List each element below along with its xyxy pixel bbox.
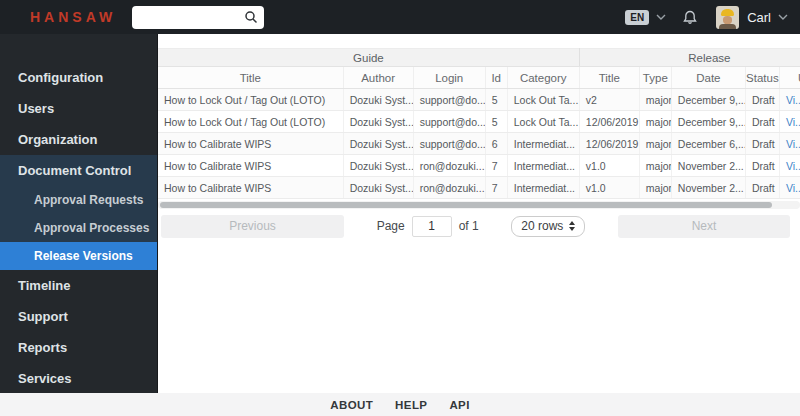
- search-icon[interactable]: [244, 10, 258, 24]
- sidebar-item-timeline[interactable]: Timeline: [0, 270, 157, 301]
- next-page-button[interactable]: Next: [618, 215, 790, 238]
- cell-category-4: Intermediat...: [507, 177, 579, 199]
- column-header-author-1[interactable]: Author: [343, 67, 413, 89]
- page-count-label: of 1: [459, 219, 479, 233]
- cell-status-8: Draft: [745, 111, 779, 133]
- sidebar-item-support[interactable]: Support: [0, 301, 157, 332]
- cell-url-9: Vi...: [779, 155, 800, 177]
- cell-login-2: support@do...: [413, 89, 485, 111]
- cell-date-7: December 6,...: [671, 133, 745, 155]
- horizontal-scrollbar-thumb[interactable]: [160, 202, 772, 208]
- column-header-url-9[interactable]: URL: [779, 67, 800, 89]
- horizontal-scrollbar[interactable]: [158, 201, 800, 209]
- rows-per-page-select[interactable]: 20 rows: [511, 216, 585, 237]
- cell-title-5: v2: [579, 89, 639, 111]
- table-wrapper: GuideReleaseTitleAuthorLoginIdCategoryTi…: [158, 48, 800, 199]
- page-number-input[interactable]: [412, 216, 452, 237]
- language-badge[interactable]: EN: [625, 10, 649, 25]
- cell-category-4: Intermediat...: [507, 133, 579, 155]
- view-release-link[interactable]: Vi...: [786, 138, 800, 150]
- search-box[interactable]: [132, 6, 264, 29]
- column-header-title-0[interactable]: Title: [158, 67, 343, 89]
- cell-url-9: Vi...: [779, 133, 800, 155]
- sidebar-item-document-control[interactable]: Document Control: [0, 155, 157, 186]
- column-header-date-7[interactable]: Date: [671, 67, 745, 89]
- footer-bar: ABOUTHELPAPI: [0, 393, 800, 416]
- previous-page-button[interactable]: Previous: [161, 215, 344, 238]
- cell-category-4: Lock Out Ta...: [507, 111, 579, 133]
- cell-title-0: How to Calibrate WIPS: [158, 133, 343, 155]
- cell-author-1: Dozuki Syst...: [343, 133, 413, 155]
- cell-title-5: v1.0: [579, 177, 639, 199]
- cell-author-1: Dozuki Syst...: [343, 177, 413, 199]
- search-input[interactable]: [138, 10, 244, 24]
- footer-link-help[interactable]: HELP: [395, 399, 427, 411]
- column-header-login-2[interactable]: Login: [413, 67, 485, 89]
- cell-date-7: November 2...: [671, 177, 745, 199]
- cell-url-9: Vi...: [779, 89, 800, 111]
- footer-link-about[interactable]: ABOUT: [330, 399, 373, 411]
- cell-login-2: support@do...: [413, 111, 485, 133]
- cell-author-1: Dozuki Syst...: [343, 89, 413, 111]
- user-menu-chevron-down-icon[interactable]: [778, 13, 788, 21]
- column-header-status-8[interactable]: Status: [745, 67, 779, 89]
- sidebar-item-users[interactable]: Users: [0, 93, 157, 124]
- column-header-category-4[interactable]: Category: [507, 67, 579, 89]
- view-release-link[interactable]: Vi...: [786, 116, 800, 128]
- view-release-link[interactable]: Vi...: [786, 182, 800, 194]
- cell-status-8: Draft: [745, 177, 779, 199]
- sidebar-item-configuration[interactable]: Configuration: [0, 62, 157, 93]
- sidebar-item-approval-processes[interactable]: Approval Processes: [0, 214, 157, 242]
- cell-login-2: ron@dozuki...: [413, 155, 485, 177]
- footer-link-api[interactable]: API: [449, 399, 469, 411]
- cell-title-0: How to Lock Out / Tag Out (LOTO): [158, 89, 343, 111]
- cell-id-3: 6: [485, 133, 507, 155]
- avatar-hardhat: [721, 9, 734, 16]
- cell-title-5: 12/06/2019: [579, 111, 639, 133]
- notifications-bell-icon[interactable]: [682, 9, 698, 26]
- group-header-guide: Guide: [158, 49, 579, 67]
- cell-type-6: major: [639, 89, 671, 111]
- table-row: How to Calibrate WIPSDozuki Syst...ron@d…: [158, 177, 800, 199]
- sidebar-item-organization[interactable]: Organization: [0, 124, 157, 155]
- cell-date-7: December 9,...: [671, 89, 745, 111]
- sidebar-item-reports[interactable]: Reports: [0, 332, 157, 363]
- cell-status-8: Draft: [745, 155, 779, 177]
- cell-author-1: Dozuki Syst...: [343, 111, 413, 133]
- cell-type-6: major: [639, 111, 671, 133]
- cell-type-6: major: [639, 177, 671, 199]
- table-row: How to Calibrate WIPSDozuki Syst...suppo…: [158, 133, 800, 155]
- cell-status-8: Draft: [745, 89, 779, 111]
- page-label: Page: [377, 219, 405, 233]
- cell-type-6: major: [639, 133, 671, 155]
- rows-per-page-value: 20 rows: [521, 219, 563, 233]
- app-logo[interactable]: HANSAW: [30, 9, 116, 25]
- main-content: GuideReleaseTitleAuthorLoginIdCategoryTi…: [158, 34, 800, 239]
- table-row: How to Calibrate WIPSDozuki Syst...ron@d…: [158, 155, 800, 177]
- group-header-release: Release: [579, 49, 800, 67]
- pagination-bar: Previous Page of 1 20 rows Next: [158, 213, 800, 239]
- release-table: GuideReleaseTitleAuthorLoginIdCategoryTi…: [158, 48, 800, 199]
- view-release-link[interactable]: Vi...: [786, 160, 800, 172]
- language-chevron-down-icon[interactable]: [656, 13, 666, 21]
- sidebar-item-release-versions[interactable]: Release Versions: [0, 242, 157, 270]
- cell-title-5: v1.0: [579, 155, 639, 177]
- cell-status-8: Draft: [745, 133, 779, 155]
- user-avatar[interactable]: [716, 6, 739, 29]
- sidebar-item-services[interactable]: Services: [0, 363, 157, 394]
- cell-id-3: 5: [485, 89, 507, 111]
- cell-login-2: ron@dozuki...: [413, 177, 485, 199]
- view-release-link[interactable]: Vi...: [786, 94, 800, 106]
- column-header-title-5[interactable]: Title: [579, 67, 639, 89]
- cell-login-2: support@do...: [413, 133, 485, 155]
- sidebar-section-document-control: Document ControlApproval RequestsApprova…: [0, 155, 157, 270]
- cell-date-7: December 9,...: [671, 111, 745, 133]
- page-indicator: Page of 1: [377, 216, 479, 237]
- cell-title-0: How to Calibrate WIPS: [158, 177, 343, 199]
- user-name[interactable]: Carl: [747, 10, 771, 25]
- column-header-id-3[interactable]: Id: [485, 67, 507, 89]
- column-header-type-6[interactable]: Type: [639, 67, 671, 89]
- table-row: How to Lock Out / Tag Out (LOTO)Dozuki S…: [158, 111, 800, 133]
- sidebar-item-approval-requests[interactable]: Approval Requests: [0, 186, 157, 214]
- table-row: How to Lock Out / Tag Out (LOTO)Dozuki S…: [158, 89, 800, 111]
